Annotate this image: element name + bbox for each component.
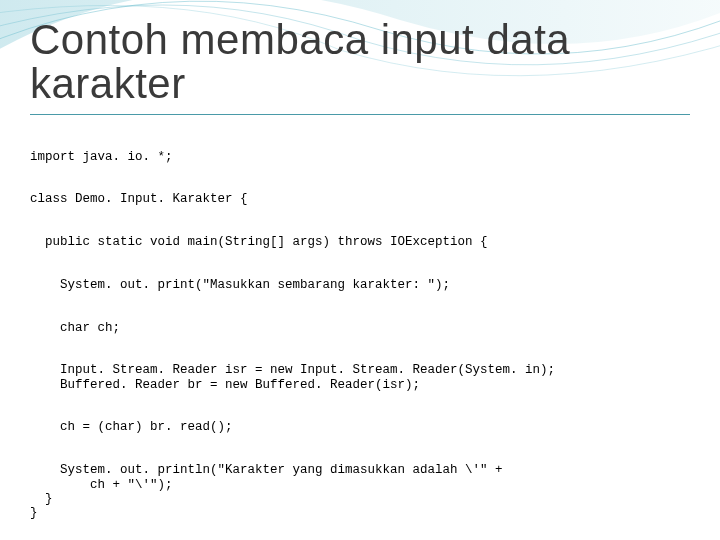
code-line: char ch; — [30, 321, 120, 335]
code-line: class Demo. Input. Karakter { — [30, 192, 248, 206]
code-line: Input. Stream. Reader isr = new Input. S… — [30, 363, 555, 377]
code-line: System. out. println("Karakter yang dima… — [30, 463, 503, 477]
code-line: public static void main(String[] args) t… — [30, 235, 488, 249]
title-line-2: karakter — [30, 60, 186, 107]
code-line: System. out. print("Masukkan sembarang k… — [30, 278, 450, 292]
code-line: } — [30, 506, 38, 520]
code-line: import java. io. *; — [30, 150, 173, 164]
code-line: ch = (char) br. read(); — [30, 420, 233, 434]
title-underline — [30, 114, 690, 115]
code-line: } — [30, 492, 53, 506]
slide-title: Contoh membaca input data karakter — [30, 18, 690, 106]
code-block: import java. io. *; class Demo. Input. K… — [30, 135, 690, 535]
code-line: Buffered. Reader br = new Buffered. Read… — [30, 378, 420, 392]
code-line: ch + "\'"); — [30, 478, 173, 492]
title-line-1: Contoh membaca input data — [30, 16, 570, 63]
